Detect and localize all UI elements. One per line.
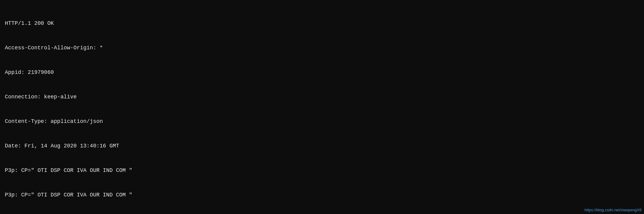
line-8: P3p: CP=" OTI DSP COR IVA OUR IND COM " bbox=[5, 191, 639, 199]
line-4: Connection: keep-alive bbox=[5, 93, 639, 101]
line-2: Access-Control-Allow-Origin: * bbox=[5, 44, 639, 52]
line-5: Content-Type: application/json bbox=[5, 117, 639, 126]
line-7: P3p: CP=" OTI DSP COR IVA OUR IND COM " bbox=[5, 166, 639, 175]
line-1: HTTP/1.1 200 OK bbox=[5, 19, 639, 28]
line-6: Date: Fri, 14 Aug 2020 13:40:16 GMT bbox=[5, 142, 639, 150]
terminal-output: HTTP/1.1 200 OK Access-Control-Allow-Ori… bbox=[5, 3, 639, 214]
watermark: https://blog.csdn.net/xiaopengX6 bbox=[584, 207, 642, 213]
line-3: Appid: 21979060 bbox=[5, 68, 639, 77]
